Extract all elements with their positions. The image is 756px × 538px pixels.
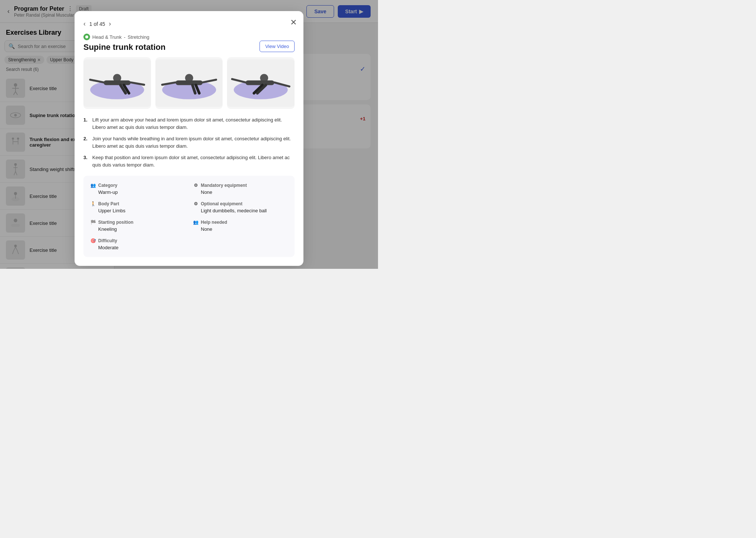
modal-close-button[interactable]: ✕ <box>290 18 297 27</box>
difficulty-value: Moderate <box>90 245 185 250</box>
equipment-icon: ⚙ <box>193 182 199 188</box>
exercise-image-3 <box>227 57 295 109</box>
starting-position-value: Kneeling <box>90 226 185 232</box>
detail-optional-equipment: ⚙ Optional equipment Light dumbbells, me… <box>193 201 288 213</box>
body-part-value: Upper Limbs <box>90 208 185 213</box>
svg-rect-48 <box>246 80 275 85</box>
subcategory-label: Stretching <box>128 34 150 40</box>
exercise-image-strip <box>83 57 295 109</box>
exercise-image-2 <box>155 57 223 109</box>
instruction-item: 2. Join your hands while breathing in an… <box>83 135 295 150</box>
detail-label: 🎯 Difficulty <box>90 238 185 244</box>
instructions-list: 1. Lift your arm above your head and lor… <box>83 116 295 168</box>
instruction-item: 3. Keep that position and lorem ipsum do… <box>83 154 295 168</box>
modal-nav: ‹ 1 of 45 › <box>83 20 295 28</box>
detail-difficulty: 🎯 Difficulty Moderate <box>90 238 185 250</box>
instruction-item: 1. Lift your arm above your head and lor… <box>83 116 295 131</box>
help-needed-icon: 👥 <box>193 219 199 225</box>
category-separator: - <box>124 34 126 40</box>
mandatory-equipment-value: None <box>193 189 288 195</box>
modal-counter: 1 of 45 <box>89 21 105 27</box>
svg-rect-40 <box>175 80 202 85</box>
detail-body-part: 🚶 Body Part Upper Limbs <box>90 201 185 213</box>
detail-mandatory-equipment: ⚙ Mandatory equipment None <box>193 182 288 195</box>
optional-equipment-value: Light dumbbells, medecine ball <box>193 208 288 213</box>
optional-equipment-icon: ⚙ <box>193 201 199 207</box>
modal-next-button[interactable]: › <box>109 20 111 28</box>
exercise-detail-modal: ‹ 1 of 45 › ✕ Head & Trunk - Stretching … <box>75 11 303 266</box>
view-video-button[interactable]: View Video <box>260 41 295 52</box>
instruction-num: 2. <box>83 135 89 150</box>
detail-category: 👥 Category Warm-up <box>90 182 185 195</box>
modal-category: Head & Trunk - Stretching <box>83 34 295 40</box>
category-icon <box>83 34 90 40</box>
svg-rect-32 <box>104 80 131 85</box>
svg-point-28 <box>85 35 88 38</box>
body-part-icon: 🚶 <box>90 201 96 207</box>
category-detail-icon: 👥 <box>90 182 96 188</box>
instruction-text: Join your hands while breathing in and l… <box>92 135 295 150</box>
category-value: Warm-up <box>90 189 185 195</box>
detail-label: ⚙ Optional equipment <box>193 201 288 207</box>
modal-prev-button[interactable]: ‹ <box>83 20 86 28</box>
detail-label: 👥 Category <box>90 182 185 188</box>
detail-starting-position: 🏁 Starting position Kneeling <box>90 219 185 232</box>
instruction-num: 3. <box>83 154 89 168</box>
detail-label: ⚙ Mandatory equipment <box>193 182 288 188</box>
detail-label: 🏁 Starting position <box>90 219 185 225</box>
modal-overlay[interactable]: ‹ 1 of 45 › ✕ Head & Trunk - Stretching … <box>0 0 378 269</box>
exercise-image-1 <box>83 57 151 109</box>
details-grid: 👥 Category Warm-up ⚙ Mandatory equipment… <box>83 176 295 257</box>
instruction-text: Lift your arm above your head and lorem … <box>92 116 295 131</box>
difficulty-icon: 🎯 <box>90 238 96 244</box>
help-needed-value: None <box>193 226 288 232</box>
instruction-num: 1. <box>83 116 89 131</box>
instruction-text: Keep that position and lorem ipsum dolor… <box>92 154 295 168</box>
starting-position-icon: 🏁 <box>90 219 96 225</box>
detail-label: 👥 Help needed <box>193 219 288 225</box>
detail-label: 🚶 Body Part <box>90 201 185 207</box>
detail-help-needed: 👥 Help needed None <box>193 219 288 232</box>
category-label: Head & Trunk <box>92 34 122 40</box>
